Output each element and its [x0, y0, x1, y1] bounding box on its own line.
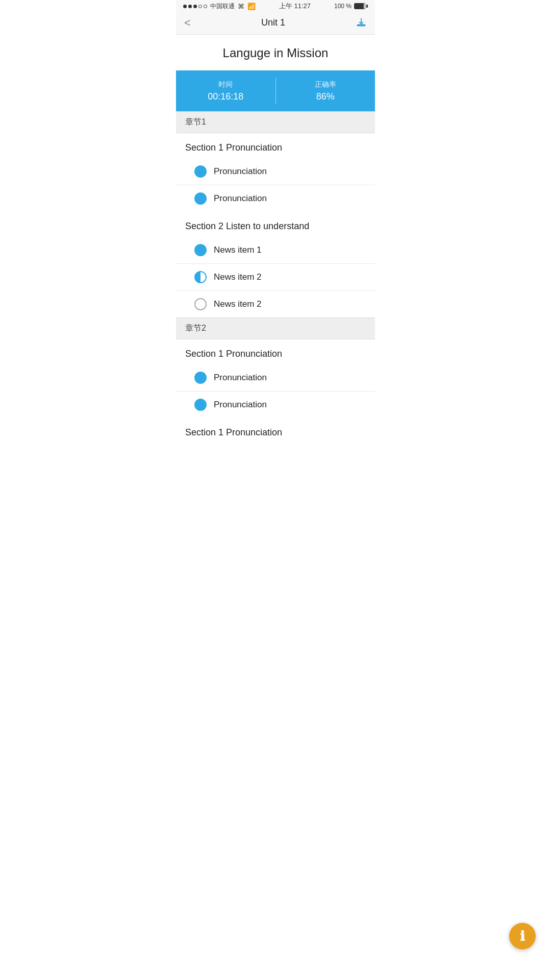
section-title-1-2: Section 2 Listen to understand — [176, 212, 375, 237]
item-label-s2i1: News item 1 — [214, 245, 262, 255]
stat-time-label: 时间 — [218, 80, 233, 89]
wifi-icon: ⌘︎ — [238, 3, 244, 10]
item-icon-full — [194, 372, 207, 384]
list-item-s1i1[interactable]: Pronunciation — [176, 158, 375, 185]
page-title: Languge in Mission — [181, 46, 370, 60]
download-icon — [356, 16, 367, 28]
section-group-2-2: Section 1 Pronunciation — [176, 418, 375, 443]
carrier-label: 中国联通 — [210, 2, 235, 11]
signal-dot-3 — [193, 5, 197, 8]
page-title-section: Languge in Mission — [176, 35, 375, 70]
list-item-s2i3[interactable]: News item 2 — [176, 291, 375, 317]
item-icon-full — [194, 399, 207, 411]
item-icon-full — [194, 244, 207, 256]
download-button[interactable] — [356, 16, 367, 30]
stat-accuracy-label: 正确率 — [315, 80, 336, 89]
status-right: 100 % — [334, 3, 368, 10]
battery-percent: 100 % — [334, 3, 352, 10]
signal-dot-1 — [183, 5, 187, 8]
chapter-header-1: 章节1 — [176, 111, 375, 133]
battery-icon — [354, 3, 368, 9]
list-item-s2i1[interactable]: News item 1 — [176, 237, 375, 264]
signal-dot-4 — [198, 5, 202, 8]
nav-bar: < Unit 1 — [176, 11, 375, 35]
signal-dots — [183, 5, 207, 8]
item-label-s1i2: Pronunciation — [214, 193, 267, 204]
status-time: 上午 11:27 — [279, 2, 311, 11]
item-label-s3i2: Pronunciation — [214, 400, 267, 410]
stat-time-block: 时间 00:16:18 — [176, 70, 276, 111]
item-icon-full — [194, 165, 207, 178]
list-item-s3i2[interactable]: Pronunciation — [176, 391, 375, 418]
back-button[interactable]: < — [184, 17, 191, 29]
list-item-s1i2[interactable]: Pronunciation — [176, 185, 375, 212]
list-item-s2i2[interactable]: News item 2 — [176, 264, 375, 291]
item-label-s1i1: Pronunciation — [214, 166, 267, 177]
item-icon-half — [194, 271, 207, 283]
stats-banner: 时间 00:16:18 正确率 86% — [176, 70, 375, 111]
wifi-symbol: 📶 — [247, 3, 256, 10]
stat-accuracy-block: 正确率 86% — [276, 70, 375, 111]
nav-title: Unit 1 — [261, 17, 285, 28]
signal-dot-2 — [188, 5, 192, 8]
item-icon-full — [194, 192, 207, 205]
stat-accuracy-value: 86% — [316, 91, 335, 102]
status-left: 中国联通 ⌘︎ 📶 — [183, 2, 256, 11]
item-label-s2i3: News item 2 — [214, 299, 262, 309]
list-item-s3i1[interactable]: Pronunciation — [176, 364, 375, 391]
signal-dot-5 — [204, 5, 207, 8]
stat-time-value: 00:16:18 — [208, 91, 243, 102]
section-title-2-1: Section 1 Pronunciation — [176, 339, 375, 364]
section-title-1-1: Section 1 Pronunciation — [176, 133, 375, 158]
item-icon-empty — [194, 298, 207, 310]
content-area: 章节1Section 1 PronunciationPronunciationP… — [176, 111, 375, 443]
section-group-1-1: Section 1 PronunciationPronunciationPron… — [176, 133, 375, 212]
item-label-s2i2: News item 2 — [214, 272, 262, 282]
status-bar: 中国联通 ⌘︎ 📶 上午 11:27 100 % — [176, 0, 375, 11]
section-title-2-2: Section 1 Pronunciation — [176, 418, 375, 443]
section-group-1-2: Section 2 Listen to understandNews item … — [176, 212, 375, 317]
chapter-header-2: 章节2 — [176, 317, 375, 339]
section-group-2-1: Section 1 PronunciationPronunciationPron… — [176, 339, 375, 418]
item-label-s3i1: Pronunciation — [214, 373, 267, 383]
